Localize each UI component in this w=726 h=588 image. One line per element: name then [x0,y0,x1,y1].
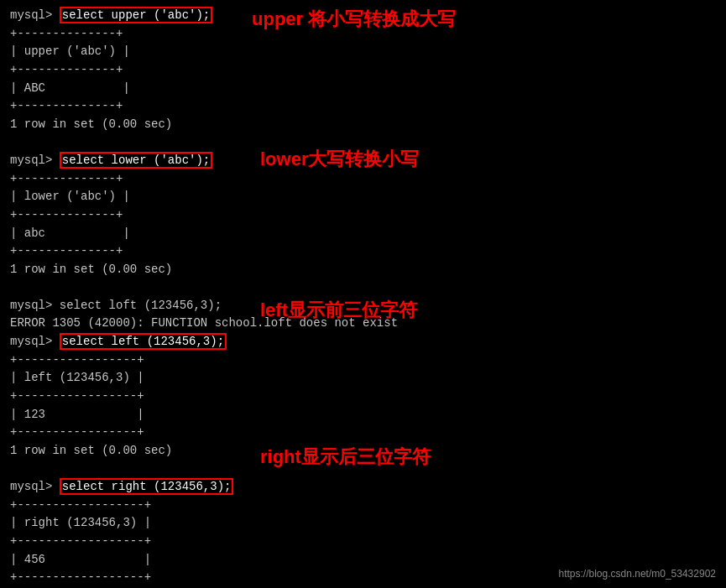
annotation-3: right显示后三位字符 [260,445,431,470]
annotation-0: upper 将小写转换成大写 [252,7,456,32]
terminal-line-9: +--------------+ [10,170,716,189]
terminal-line-14: 1 row in set (0.00 sec) [10,261,716,279]
terminal: mysql> select upper ('abc');+-----------… [0,0,726,588]
terminal-line-2: | upper ('abc') | [10,43,716,61]
command-highlight: select lower ('abc'); [60,152,212,169]
command-text: select loft (123456,3); [60,299,222,312]
terminal-line-30: | 456 | [10,551,716,570]
command-highlight: select right (123456,3); [60,478,234,495]
terminal-line-21: +-----------------+ [10,388,716,406]
terminal-line-11: +--------------+ [10,206,716,225]
annotation-2: left显示前三位字符 [260,298,417,323]
terminal-line-5: +--------------+ [10,97,716,116]
terminal-line-12: | abc | [10,225,716,243]
terminal-line-22: | 123 | [10,406,716,424]
watermark: https://blog.csdn.net/m0_53432902 [559,568,716,580]
prompt: mysql> [10,480,60,493]
prompt: mysql> [10,299,60,312]
terminal-line-3: +--------------+ [10,61,716,80]
terminal-line-18: mysql> select left (123456,3); [10,333,716,351]
empty-line [10,279,716,297]
terminal-line-28: | right (123456,3) | [10,514,716,533]
command-highlight: select upper ('abc'); [60,7,212,23]
command-highlight: select left (123456,3); [60,333,227,350]
terminal-line-20: | left (123456,3) | [10,369,716,388]
terminal-line-26: mysql> select right (123456,3); [10,478,716,497]
terminal-line-6: 1 row in set (0.00 sec) [10,116,716,134]
terminal-line-27: +------------------+ [10,497,716,515]
terminal-line-23: +-----------------+ [10,424,716,442]
terminal-line-19: +-----------------+ [10,351,716,370]
terminal-line-4: | ABC | [10,80,716,98]
prompt: mysql> [10,154,60,167]
annotation-1: lower大写转换小写 [260,147,419,172]
terminal-line-13: +--------------+ [10,242,716,261]
prompt: mysql> [10,8,60,22]
prompt: mysql> [10,335,60,348]
terminal-line-29: +------------------+ [10,533,716,551]
terminal-line-10: | lower ('abc') | [10,188,716,206]
